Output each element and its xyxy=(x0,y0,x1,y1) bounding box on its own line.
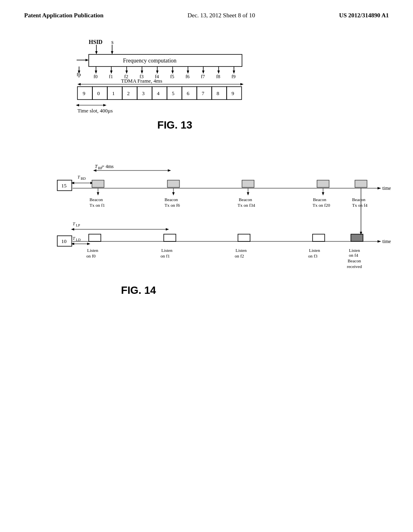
svg-text:T: T xyxy=(73,221,75,226)
svg-marker-17 xyxy=(110,71,113,74)
svg-rect-63 xyxy=(197,87,212,100)
svg-rect-57 xyxy=(152,87,167,100)
svg-rect-51 xyxy=(107,87,122,100)
svg-text:Tx on f6: Tx on f6 xyxy=(165,203,180,208)
svg-rect-129 xyxy=(164,234,176,241)
svg-marker-45 xyxy=(240,83,244,85)
svg-rect-91 xyxy=(167,180,179,187)
svg-text:9: 9 xyxy=(232,90,234,96)
svg-marker-5 xyxy=(111,51,113,54)
svg-marker-116 xyxy=(71,228,74,231)
svg-text:Beacon: Beacon xyxy=(239,197,252,202)
svg-text:f9: f9 xyxy=(232,74,236,79)
svg-text:TDMA Frame, 4ms: TDMA Frame, 4ms xyxy=(121,78,162,84)
svg-marker-78 xyxy=(93,169,96,172)
svg-text:9: 9 xyxy=(83,90,86,96)
svg-text:s: s xyxy=(111,39,113,45)
svg-text:0: 0 xyxy=(97,90,100,96)
svg-text:T: T xyxy=(73,236,75,241)
svg-text:4: 4 xyxy=(157,90,160,96)
svg-text:HSID: HSID xyxy=(89,39,102,45)
svg-text:2: 2 xyxy=(127,90,130,96)
svg-marker-85 xyxy=(71,182,74,184)
svg-rect-94 xyxy=(355,180,367,187)
svg-rect-93 xyxy=(317,180,329,187)
svg-text:= 4ms: = 4ms xyxy=(102,164,114,169)
svg-text:FIG. 13: FIG. 13 xyxy=(157,119,192,131)
svg-marker-104 xyxy=(247,192,249,195)
svg-rect-49 xyxy=(92,87,107,100)
svg-text:6: 6 xyxy=(187,90,190,96)
svg-text:f8: f8 xyxy=(216,74,220,79)
svg-rect-55 xyxy=(137,87,152,100)
svg-text:Beacon: Beacon xyxy=(165,197,178,202)
svg-text:f0: f0 xyxy=(94,74,98,79)
svg-text:f5: f5 xyxy=(170,74,174,79)
svg-text:time: time xyxy=(382,185,391,191)
svg-text:5: 5 xyxy=(172,90,175,96)
svg-text:Time slot, 400µs: Time slot, 400µs xyxy=(77,108,113,114)
svg-text:Tx on f34: Tx on f34 xyxy=(238,203,255,208)
svg-marker-35 xyxy=(202,71,204,74)
fig13-diagram: HSID s Frequency computation fp f0 f1 f2 xyxy=(65,36,266,141)
svg-text:Tx on f4: Tx on f4 xyxy=(352,203,367,208)
svg-text:on f4: on f4 xyxy=(349,253,358,258)
svg-text:Frequency computation: Frequency computation xyxy=(123,58,177,64)
fig13-section: HSID s Frequency computation fp f0 f1 f2 xyxy=(65,36,413,141)
svg-text:time: time xyxy=(382,239,391,244)
header-center: Dec. 13, 2012 Sheet 8 of 10 xyxy=(188,11,255,20)
svg-text:f7: f7 xyxy=(201,74,205,79)
svg-rect-61 xyxy=(182,87,197,100)
page-header: Patent Application Publication Dec. 13, … xyxy=(0,0,413,24)
svg-rect-65 xyxy=(212,87,227,100)
svg-text:1: 1 xyxy=(112,90,115,96)
svg-rect-130 xyxy=(238,234,250,241)
svg-rect-128 xyxy=(89,234,101,241)
svg-text:on f0: on f0 xyxy=(86,254,96,258)
svg-text:Listen: Listen xyxy=(349,248,360,253)
fig14-diagram: T BP = 4ms 15 T BD time xyxy=(32,161,403,314)
svg-text:15: 15 xyxy=(61,183,67,189)
svg-text:Beacon: Beacon xyxy=(348,258,361,263)
svg-marker-126 xyxy=(378,240,381,243)
svg-text:Beacon: Beacon xyxy=(313,197,326,202)
svg-marker-38 xyxy=(217,71,220,74)
svg-text:f1: f1 xyxy=(109,74,113,79)
svg-text:on f3: on f3 xyxy=(308,254,317,258)
patent-number-label: US 2012/314890 A1 xyxy=(339,12,389,19)
svg-marker-124 xyxy=(87,243,90,245)
svg-text:Listen: Listen xyxy=(309,248,320,253)
svg-marker-117 xyxy=(166,228,169,231)
svg-text:Listen: Listen xyxy=(161,248,173,253)
svg-rect-67 xyxy=(227,87,242,100)
svg-text:FIG. 14: FIG. 14 xyxy=(121,284,156,296)
svg-marker-23 xyxy=(141,71,143,74)
svg-rect-59 xyxy=(167,87,182,100)
svg-text:BD: BD xyxy=(81,177,86,181)
publication-label: Patent Application Publication xyxy=(24,12,104,19)
svg-text:10: 10 xyxy=(61,238,67,244)
svg-marker-70 xyxy=(76,104,79,106)
date-sheet-label: Dec. 13, 2012 Sheet 8 of 10 xyxy=(188,12,255,19)
svg-text:3: 3 xyxy=(142,90,145,96)
svg-marker-7 xyxy=(86,59,89,61)
header-right: US 2012/314890 A1 xyxy=(339,11,389,20)
svg-text:Beacon: Beacon xyxy=(90,197,103,202)
svg-text:Tx on f20: Tx on f20 xyxy=(313,203,330,208)
svg-text:on f2: on f2 xyxy=(235,254,244,258)
svg-marker-79 xyxy=(168,169,171,172)
svg-rect-53 xyxy=(122,87,137,100)
fig14-section: T BP = 4ms 15 T BD time xyxy=(32,161,413,314)
svg-text:Listen: Listen xyxy=(87,248,98,253)
svg-marker-20 xyxy=(125,71,128,74)
svg-marker-41 xyxy=(233,71,235,74)
svg-marker-100 xyxy=(172,192,175,195)
svg-marker-108 xyxy=(322,192,324,195)
svg-text:T: T xyxy=(77,175,80,179)
svg-text:8: 8 xyxy=(217,90,219,96)
svg-rect-132 xyxy=(351,234,363,241)
svg-marker-71 xyxy=(103,104,106,106)
svg-rect-131 xyxy=(313,234,325,241)
svg-text:on f1: on f1 xyxy=(161,254,170,258)
svg-marker-3 xyxy=(95,51,98,54)
